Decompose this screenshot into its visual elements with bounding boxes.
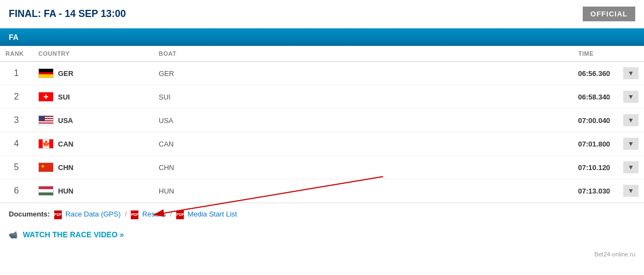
spacer-cell bbox=[263, 85, 544, 109]
results-table: RANK COUNTRY BOAT TIME 1GERGER06:56.360▼… bbox=[0, 46, 644, 203]
country-name-can: CAN bbox=[58, 140, 73, 148]
time-cell: 07:01.800 bbox=[544, 132, 616, 156]
divider-1: / bbox=[125, 210, 129, 218]
country-name-ger: GER bbox=[58, 69, 73, 78]
rank-cell: 1 bbox=[0, 62, 33, 85]
rank-cell: 2 bbox=[0, 85, 33, 109]
official-badge: OFFICIAL bbox=[583, 7, 635, 21]
table-row: 3USAUSA07:00.040▼ bbox=[0, 109, 644, 132]
doc-item-2: PDF Results bbox=[131, 210, 168, 218]
expand-button[interactable]: ▼ bbox=[623, 185, 639, 197]
time-header: TIME bbox=[544, 46, 616, 62]
flag-hun bbox=[38, 186, 54, 196]
expand-button[interactable]: ▼ bbox=[623, 138, 639, 150]
watermark: Bet24-online.ru bbox=[0, 248, 644, 261]
rank-cell: 5 bbox=[0, 156, 33, 179]
expand-cell: ▼ bbox=[616, 179, 644, 203]
country-cell: CHN bbox=[33, 156, 153, 179]
expand-cell: ▼ bbox=[616, 156, 644, 179]
doc-item-1: PDF Race Data (GPS) bbox=[54, 210, 123, 218]
rank-header: RANK bbox=[0, 46, 33, 62]
documents-label: Documents: bbox=[9, 210, 50, 218]
expand-cell: ▼ bbox=[616, 62, 644, 85]
country-cell: GER bbox=[33, 62, 153, 85]
expand-cell: ▼ bbox=[616, 109, 644, 132]
results-link[interactable]: Results bbox=[142, 210, 166, 218]
boat-cell: CAN bbox=[153, 132, 263, 156]
country-name-sui: SUI bbox=[58, 93, 70, 101]
flag-usa bbox=[38, 115, 54, 125]
expand-cell: ▼ bbox=[616, 85, 644, 109]
expand-cell: ▼ bbox=[616, 132, 644, 156]
page-title: FINAL: FA - 14 SEP 13:00 bbox=[9, 8, 126, 20]
media-start-list-link[interactable]: Media Start List bbox=[188, 210, 237, 218]
documents-section: Documents: PDF Race Data (GPS) / PDF Res… bbox=[0, 203, 644, 226]
country-name-hun: HUN bbox=[58, 187, 73, 195]
boat-cell: HUN bbox=[153, 179, 263, 203]
race-data-link[interactable]: Race Data (GPS) bbox=[65, 210, 120, 218]
boat-cell: USA bbox=[153, 109, 263, 132]
table-row: 6HUNHUN07:13.030▼ bbox=[0, 179, 644, 203]
video-section: 📹 WATCH THE RACE VIDEO » bbox=[0, 226, 644, 248]
expand-button[interactable]: ▼ bbox=[623, 91, 639, 103]
country-cell: USA bbox=[33, 109, 153, 132]
rank-cell: 6 bbox=[0, 179, 33, 203]
table-row: 4🍁CANCAN07:01.800▼ bbox=[0, 132, 644, 156]
country-header: COUNTRY bbox=[33, 46, 153, 62]
action-header bbox=[616, 46, 644, 62]
expand-button[interactable]: ▼ bbox=[623, 114, 639, 126]
pdf-icon-2: PDF bbox=[131, 210, 138, 219]
time-cell: 07:13.030 bbox=[544, 179, 616, 203]
pdf-icon-1: PDF bbox=[54, 210, 62, 219]
flag-ger bbox=[38, 68, 54, 78]
country-name-chn: CHN bbox=[58, 163, 73, 172]
time-cell: 07:10.120 bbox=[544, 156, 616, 179]
doc-item-3: PDF Media Start List bbox=[176, 210, 237, 218]
flag-chn bbox=[38, 162, 54, 172]
table-row: 1GERGER06:56.360▼ bbox=[0, 62, 644, 85]
spacer-cell bbox=[263, 156, 544, 179]
pdf-icon-3: PDF bbox=[176, 210, 184, 219]
boat-header: BOAT bbox=[153, 46, 263, 62]
spacer-cell bbox=[263, 132, 544, 156]
section-header: FA bbox=[0, 28, 644, 46]
country-cell: SUI bbox=[33, 85, 153, 109]
spacer-header bbox=[263, 46, 544, 62]
expand-button[interactable]: ▼ bbox=[623, 161, 639, 173]
spacer-cell bbox=[263, 179, 544, 203]
country-name-usa: USA bbox=[58, 116, 73, 125]
watch-video-link[interactable]: WATCH THE RACE VIDEO » bbox=[23, 230, 124, 239]
country-cell: 🍁CAN bbox=[33, 132, 153, 156]
table-row: 2SUISUI06:58.340▼ bbox=[0, 85, 644, 109]
flag-can: 🍁 bbox=[38, 139, 54, 149]
boat-cell: SUI bbox=[153, 85, 263, 109]
divider-2: / bbox=[170, 210, 174, 218]
time-cell: 06:58.340 bbox=[544, 85, 616, 109]
spacer-cell bbox=[263, 109, 544, 132]
spacer-cell bbox=[263, 62, 544, 85]
time-cell: 06:56.360 bbox=[544, 62, 616, 85]
table-header-row: RANK COUNTRY BOAT TIME bbox=[0, 46, 644, 62]
boat-cell: CHN bbox=[153, 156, 263, 179]
expand-button[interactable]: ▼ bbox=[623, 67, 639, 79]
flag-sui bbox=[38, 92, 54, 102]
video-icon: 📹 bbox=[9, 231, 18, 239]
country-cell: HUN bbox=[33, 179, 153, 203]
rank-cell: 4 bbox=[0, 132, 33, 156]
header-bar: FINAL: FA - 14 SEP 13:00 OFFICIAL bbox=[0, 0, 644, 28]
table-row: 5CHNCHN07:10.120▼ bbox=[0, 156, 644, 179]
boat-cell: GER bbox=[153, 62, 263, 85]
time-cell: 07:00.040 bbox=[544, 109, 616, 132]
rank-cell: 3 bbox=[0, 109, 33, 132]
